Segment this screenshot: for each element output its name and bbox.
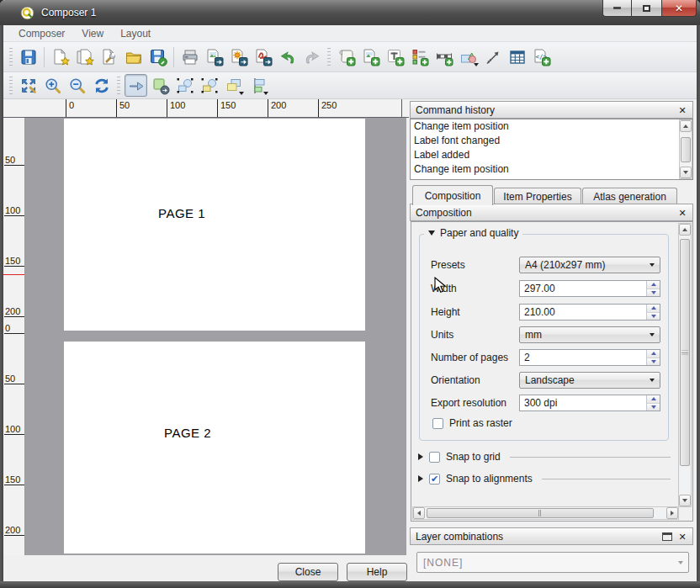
- menu-view[interactable]: View: [73, 28, 112, 40]
- spin-up-button[interactable]: [647, 395, 660, 404]
- align-items-button[interactable]: [247, 74, 269, 97]
- snap-to-grid-checkbox[interactable]: [429, 452, 440, 463]
- add-legend-button[interactable]: [408, 45, 431, 68]
- zoom-out-button[interactable]: [66, 74, 88, 97]
- menu-composer[interactable]: Composer: [10, 28, 73, 40]
- composition-canvas[interactable]: PAGE 1 PAGE 2: [25, 118, 406, 555]
- tab-atlas-generation[interactable]: Atlas generation: [582, 188, 677, 205]
- close-button[interactable]: Close: [278, 563, 338, 581]
- save-project-button[interactable]: [17, 45, 40, 68]
- menu-layout[interactable]: Layout: [112, 28, 159, 40]
- history-item[interactable]: Label added: [411, 148, 692, 162]
- history-item[interactable]: Label font changed: [411, 134, 692, 148]
- scroll-left-button[interactable]: [413, 507, 425, 519]
- paper-and-quality-title[interactable]: Paper and quality: [424, 227, 522, 239]
- duplicate-composer-button[interactable]: [73, 45, 96, 68]
- snap-to-alignments-checkbox[interactable]: ✔: [429, 474, 440, 485]
- spin-up-button[interactable]: [647, 281, 660, 289]
- close-dock-icon[interactable]: ✕: [677, 208, 687, 218]
- print-button[interactable]: [178, 45, 201, 68]
- add-image-button[interactable]: [359, 45, 382, 68]
- print-as-raster-row[interactable]: Print as raster: [432, 417, 512, 429]
- presets-select[interactable]: A4 (210x297 mm): [519, 257, 660, 273]
- refresh-button[interactable]: [90, 74, 113, 97]
- scroll-right-button[interactable]: [666, 507, 678, 519]
- chevron-down-icon[interactable]: [263, 92, 268, 95]
- composition-hscrollbar[interactable]: [412, 506, 679, 520]
- add-shape-button[interactable]: [457, 45, 480, 68]
- composition-vscrollbar[interactable]: [678, 223, 692, 507]
- toolbar-grip[interactable]: [9, 77, 13, 95]
- close-window-button[interactable]: ✕: [661, 0, 697, 17]
- scrollbar-thumb[interactable]: [681, 137, 691, 162]
- scrollbar-thumb[interactable]: [680, 239, 690, 466]
- load-from-template-button[interactable]: [122, 45, 145, 68]
- spin-up-button[interactable]: [647, 350, 660, 358]
- add-arrow-button[interactable]: [481, 45, 504, 68]
- orientation-select[interactable]: Landscape: [519, 372, 660, 389]
- spin-down-button[interactable]: [647, 404, 660, 411]
- export-pdf-button[interactable]: [252, 45, 274, 68]
- spin-down-button[interactable]: [647, 313, 660, 320]
- export-image-button[interactable]: [203, 45, 225, 68]
- scroll-up-button[interactable]: [680, 120, 692, 132]
- close-dock-icon[interactable]: ✕: [677, 105, 687, 115]
- chevron-down-icon[interactable]: [239, 92, 244, 95]
- scrollbar-thumb[interactable]: [427, 508, 654, 518]
- export-resolution-spinbox[interactable]: 300 dpi: [519, 395, 660, 411]
- expand-triangle-icon[interactable]: [418, 453, 423, 460]
- export-svg-button[interactable]: [227, 45, 250, 68]
- add-label-button[interactable]: [384, 45, 406, 68]
- raise-items-button[interactable]: [222, 74, 245, 97]
- redo-button[interactable]: [300, 45, 323, 68]
- maximize-button[interactable]: [632, 0, 661, 17]
- page-2[interactable]: [64, 342, 365, 554]
- undo-button[interactable]: [276, 45, 299, 68]
- toolbar-grip[interactable]: [117, 77, 120, 95]
- spin-down-button[interactable]: [647, 358, 660, 366]
- save-as-template-button[interactable]: [146, 45, 169, 68]
- minimize-button[interactable]: [602, 0, 632, 17]
- scroll-down-button[interactable]: [680, 167, 692, 178]
- float-dock-icon[interactable]: [662, 532, 672, 541]
- tab-item-properties[interactable]: Item Properties: [494, 188, 581, 205]
- units-select[interactable]: mm: [519, 326, 660, 343]
- group-items-button[interactable]: [173, 74, 196, 97]
- titlebar[interactable]: Composer 1 ✕: [0, 0, 700, 25]
- add-html-button[interactable]: [530, 45, 553, 68]
- add-table-button[interactable]: [506, 45, 528, 68]
- new-composer-button[interactable]: [49, 45, 72, 68]
- print-as-raster-checkbox[interactable]: [432, 418, 443, 429]
- spin-up-button[interactable]: [647, 305, 660, 313]
- spin-down-button[interactable]: [647, 289, 660, 297]
- scroll-up-button[interactable]: [679, 224, 691, 236]
- page-1-label[interactable]: PAGE 1: [158, 206, 205, 220]
- move-item-content-button[interactable]: [149, 74, 172, 97]
- help-button[interactable]: Help: [347, 563, 407, 581]
- history-item[interactable]: Change item position: [411, 119, 692, 134]
- height-spinbox[interactable]: 210.00: [519, 304, 660, 320]
- scroll-down-button[interactable]: [679, 495, 691, 506]
- zoom-full-button[interactable]: [17, 74, 40, 97]
- toolbar-grip[interactable]: [327, 48, 331, 66]
- command-history-list[interactable]: Change item positionLabel font changedLa…: [410, 119, 693, 180]
- width-spinbox[interactable]: 297.00: [519, 280, 660, 297]
- history-item[interactable]: Change item position: [411, 162, 692, 177]
- composer-manager-button[interactable]: [98, 45, 120, 68]
- expand-triangle-icon[interactable]: [418, 475, 423, 482]
- page-2-label[interactable]: PAGE 2: [164, 426, 211, 440]
- page-1[interactable]: [64, 119, 365, 331]
- ungroup-items-button[interactable]: [198, 74, 220, 97]
- tab-composition[interactable]: Composition: [412, 185, 493, 205]
- number-of-pages-spinbox[interactable]: 2: [519, 349, 660, 366]
- collapse-triangle-icon[interactable]: [428, 230, 435, 236]
- snap-to-grid-group[interactable]: Snap to grid: [418, 451, 671, 463]
- history-scrollbar[interactable]: [679, 119, 692, 179]
- snap-to-alignments-group[interactable]: ✔Snap to alignments: [418, 473, 671, 485]
- toolbar-grip[interactable]: [9, 48, 13, 66]
- add-scalebar-button[interactable]: [432, 45, 455, 68]
- select-move-button[interactable]: [125, 74, 147, 97]
- layer-combinations-select[interactable]: [NONE]: [416, 552, 689, 573]
- add-map-button[interactable]: [335, 45, 358, 68]
- chevron-down-icon[interactable]: [474, 63, 479, 66]
